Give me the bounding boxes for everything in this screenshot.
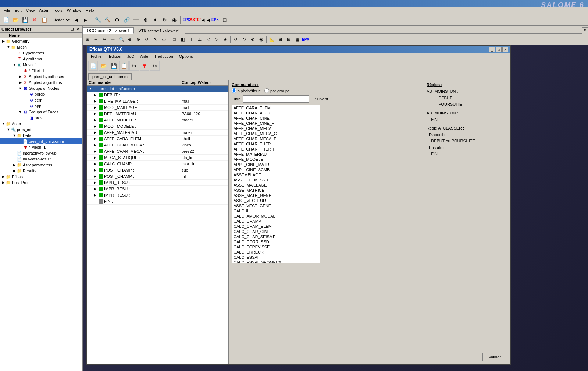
toggle-interactiv[interactable] [12,151,17,156]
cmd-tree-body[interactable]: ▼ pres_int_unif.comm ▶ DEBUT : [87,86,228,364]
cmd-list-item-11[interactable]: APPL_CINE_MATR [232,162,320,167]
cmd-toggle-lire[interactable]: ▶ [92,99,97,104]
filtre-input[interactable] [243,95,309,103]
cmd-list-item-28[interactable]: CALC_ERREUR [232,250,320,255]
cmd-row-calc-champ[interactable]: ▶ CALC_CHAMP : csta_lin [87,161,228,167]
tree-comm-file[interactable]: 📄 pres_int_unif.comm [0,138,82,144]
eficas-minimize[interactable]: _ [489,47,495,52]
toggle-fillet1[interactable] [18,68,23,73]
cmd-list-item-25[interactable]: CALC_CHAR_SEISME [232,234,320,239]
cmd-list-item-2[interactable]: AFFE_CHAR_CINE [232,116,320,121]
copy-btn[interactable]: 📋 [40,15,49,24]
tree-fillet1[interactable]: ✱ * Fillet_1 [0,68,82,74]
toggle-postpro[interactable]: ▶ [1,180,6,185]
ef-copy[interactable]: 📋 [119,61,129,71]
cmd-row-post-sup[interactable]: ▶ POST_CHAMP : sup [87,167,228,173]
toggle-pres[interactable] [24,115,29,120]
tb7[interactable]: ✦ [151,15,160,24]
tree-eficas[interactable]: ▶ 📁 Eficas [0,174,82,180]
toggle-data[interactable]: ▼ [12,133,17,138]
tree-bordo[interactable]: ⊙ bordo [0,91,82,97]
toggle-astk[interactable]: ▶ [12,162,17,167]
toggle-eficas[interactable]: ▶ [1,174,6,179]
tb9[interactable]: ◉ [170,15,179,24]
vtb-rotate2[interactable]: ↻ [240,35,248,43]
tb8[interactable]: ↻ [160,15,169,24]
cmd-toggle-fin[interactable] [92,199,97,204]
toggle-applied-alg[interactable]: ▶ [18,80,23,85]
tree-mesh1[interactable]: ▼ ⊞ Mesh_1 [0,62,82,68]
commands-list[interactable]: AFFE_CARA_ELEMAFFE_CHAR_ACOUAFFE_CHAR_CI… [232,105,320,263]
eficas-menu-fichier[interactable]: Fichier [88,53,106,59]
vtb-display[interactable]: ◉ [257,35,265,43]
cmd-list-item-15[interactable]: ASSE_MAILLAGE [232,183,320,188]
vtb-dim[interactable]: 📐 [268,35,276,43]
toggle-geometry[interactable]: ▶ [1,39,6,44]
cmd-list-item-16[interactable]: ASSE_MATRICE [232,188,320,193]
tb4[interactable]: 🔗 [122,15,131,24]
tree-mesh1-ref[interactable]: ✱ * Mesh_1 [0,144,82,150]
close-viewer-btn[interactable]: ✕ [582,27,588,33]
radio-alphabetique[interactable]: alphabétique [232,88,261,93]
valider-button[interactable]: Valider [482,353,507,361]
toggle-aster[interactable]: ▼ [1,121,6,126]
menu-window[interactable]: Window [65,8,83,13]
vtb-clip[interactable]: ⊟ [285,35,293,43]
cmd-row-root[interactable]: ▼ pres_int_unif.comm [87,86,228,92]
tree-applied-alg[interactable]: ▶ Σ Applied algorithms [0,80,82,85]
tree-cern[interactable]: ⊙ cern [0,97,82,103]
tb2[interactable]: 🔨 [103,15,112,24]
vtb-iso[interactable]: ◈ [221,35,229,43]
vtb-reset[interactable]: ⊞ [83,35,92,43]
vtb-zoomin2[interactable]: ⊕ [126,35,134,43]
tree-postpro[interactable]: ▶ 📁 Post-Pro [0,180,82,186]
cmd-toggle-affe-cara[interactable]: ▶ [92,136,97,141]
cmd-list-item-10[interactable]: AFFE_MODELE [232,157,320,162]
tree-has-base[interactable]: 📄 has-base-result [0,156,82,162]
tree-applied-hyp[interactable]: ▶ Σ Applied hypotheses [0,74,82,80]
cmd-toggle-post-inf[interactable]: ▶ [92,174,97,179]
tree-mesh[interactable]: ▼ 📁 Mesh [0,44,82,50]
cmd-list-item-14[interactable]: ASSE_ELEM_SSD [232,177,320,183]
vtb-rotate[interactable]: ↺ [143,35,151,43]
cmd-toggle-calc[interactable]: ▶ [92,161,97,166]
vtb-redo[interactable]: ↪ [100,35,108,43]
tb5[interactable]: ≡≡ [132,15,140,24]
cmd-list-item-6[interactable]: AFFE_CHAR_MECA_F [232,136,320,141]
tree-groups-faces[interactable]: ▼ ⊡ Groups of Faces [0,109,82,115]
new-btn[interactable]: 📄 [1,15,10,24]
tb14[interactable]: □ [220,15,229,24]
menu-help[interactable]: Help [83,8,96,13]
cmd-list-item-4[interactable]: AFFE_CHAR_MECA [232,126,320,131]
menu-aster[interactable]: Aster [37,8,51,13]
cmd-list-item-19[interactable]: ASSE_VECT_GENE [232,203,320,208]
tree-astk[interactable]: ▶ 📁 Astk parameters [0,162,82,168]
toggle-mesh1[interactable]: ▼ [12,62,17,67]
cmd-row-affe-char2[interactable]: ▶ AFFE_CHAR_MECA : pres22 [87,148,228,155]
ef-open[interactable]: 📂 [99,61,108,71]
tab-vtk[interactable]: VTK scene:1 - viewer:1 [135,28,185,34]
menu-file[interactable]: File [1,8,13,13]
cmd-toggle-debut[interactable]: ▶ [92,92,97,98]
cmd-row-meca-stat[interactable]: ▶ MECA_STATIQUE : sta_lin [87,155,228,161]
save-btn[interactable]: 💾 [21,15,29,24]
ef-new[interactable]: 📄 [88,61,98,71]
vtb-front[interactable]: □ [170,35,178,43]
vtb-zoomin[interactable]: 🔍 [117,35,125,43]
tree-interactiv[interactable]: 📄 interactiv-follow-up [0,150,82,156]
ef-delete[interactable]: 🗑 [140,61,149,71]
tree-app[interactable]: ⊙ app [0,103,82,109]
radio-par-groupe[interactable]: par groupe [264,88,290,93]
tb12[interactable]: ◄◄ [201,15,210,24]
eficas-maximize[interactable]: □ [496,47,502,52]
tb1[interactable]: 🔧 [93,15,102,24]
cmd-list-item-17[interactable]: ASSE_MATR_GENE [232,193,320,198]
vtb-reset2[interactable]: ↺ [232,35,240,43]
cmd-toggle-impr2[interactable]: ▶ [92,186,97,191]
cmd-list-item-1[interactable]: AFFE_CHAR_ACOU [232,110,320,116]
cmd-row-post-inf[interactable]: ▶ POST_CHAMP : inf [87,173,228,180]
open-btn[interactable]: 📂 [11,15,20,24]
toggle-groups-faces[interactable]: ▼ [18,109,23,114]
cmd-row-affe-char1[interactable]: ▶ AFFE_CHAR_MECA : vinco [87,142,228,148]
cmd-list-item-9[interactable]: AFFE_MATERIAU [232,152,320,157]
